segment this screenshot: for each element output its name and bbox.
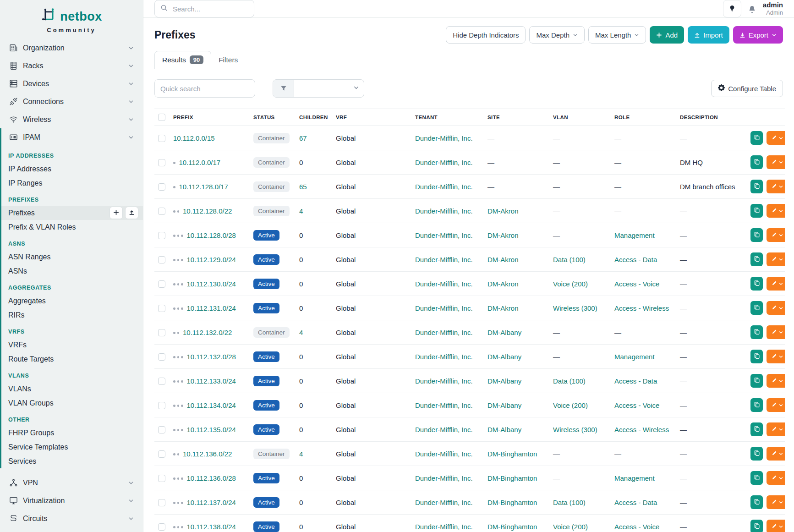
- sidebar-item-service-templates[interactable]: Service Templates: [0, 440, 143, 454]
- clone-button[interactable]: [750, 277, 763, 291]
- clone-button[interactable]: [750, 155, 763, 169]
- site-link[interactable]: DM-Albany: [487, 377, 521, 385]
- prefix-link[interactable]: 10.112.131.0/24: [187, 304, 236, 312]
- site-link[interactable]: DM-Albany: [487, 426, 521, 433]
- edit-button[interactable]: [767, 350, 785, 363]
- prefix-link[interactable]: 10.112.133.0/24: [187, 377, 236, 385]
- site-link[interactable]: DM-Akron: [487, 231, 519, 239]
- tenant-link[interactable]: Dunder-Mifflin, Inc.: [415, 280, 473, 288]
- theme-toggle-button[interactable]: [723, 0, 741, 17]
- prefix-link[interactable]: 10.112.138.0/24: [187, 523, 236, 531]
- column-header-vrf[interactable]: VRF: [332, 109, 411, 126]
- clone-button[interactable]: [750, 374, 763, 388]
- edit-button[interactable]: [767, 204, 785, 218]
- prefix-link[interactable]: 10.112.137.0/24: [187, 499, 236, 506]
- sidebar-item-aggregates[interactable]: Aggregates: [0, 294, 143, 308]
- children-count-link[interactable]: 4: [299, 450, 303, 458]
- vlan-link[interactable]: Voice (200): [553, 523, 588, 531]
- role-link[interactable]: Management: [614, 231, 655, 239]
- tab-filters[interactable]: Filters: [211, 52, 245, 69]
- site-link[interactable]: DM-Akron: [487, 207, 519, 215]
- role-link[interactable]: Management: [614, 474, 655, 482]
- clone-button[interactable]: [750, 520, 763, 532]
- tenant-link[interactable]: Dunder-Mifflin, Inc.: [415, 474, 473, 482]
- column-header-status[interactable]: STATUS: [250, 109, 296, 126]
- prefix-link[interactable]: 10.112.136.0/28: [187, 474, 236, 482]
- import-prefixes-button[interactable]: [125, 207, 138, 219]
- tenant-link[interactable]: Dunder-Mifflin, Inc.: [415, 353, 473, 361]
- column-header-role[interactable]: ROLE: [611, 109, 676, 126]
- sidebar-item-services[interactable]: Services: [0, 454, 143, 468]
- sidebar-item-connections[interactable]: Connections: [0, 93, 143, 110]
- row-checkbox[interactable]: [158, 208, 165, 215]
- search-input[interactable]: [172, 5, 248, 13]
- column-header-children[interactable]: CHILDREN: [296, 109, 332, 126]
- prefix-link[interactable]: 10.112.135.0/24: [187, 426, 236, 433]
- column-header-vlan[interactable]: VLAN: [549, 109, 611, 126]
- prefix-link[interactable]: 10.112.0.0/15: [173, 134, 215, 142]
- role-link[interactable]: Access - Data: [614, 256, 657, 263]
- add-button[interactable]: Add: [650, 26, 684, 44]
- clone-button[interactable]: [750, 350, 763, 363]
- tenant-link[interactable]: Dunder-Mifflin, Inc.: [415, 426, 473, 433]
- edit-button[interactable]: [767, 228, 785, 242]
- prefix-link[interactable]: 10.112.132.0/22: [183, 329, 232, 336]
- edit-button[interactable]: [767, 301, 785, 315]
- sidebar-item-organization[interactable]: Organization: [0, 39, 143, 57]
- netbox-logo[interactable]: netbox Community: [0, 0, 143, 33]
- column-header-description[interactable]: DESCRIPTION: [676, 109, 747, 126]
- sidebar-item-devices[interactable]: Devices: [0, 75, 143, 93]
- children-count-link[interactable]: 4: [299, 329, 303, 336]
- clone-button[interactable]: [750, 471, 763, 485]
- sidebar-item-ipam[interactable]: IPAM: [0, 128, 143, 146]
- site-link[interactable]: DM-Binghamton: [487, 450, 537, 458]
- clone-button[interactable]: [750, 131, 763, 145]
- notifications-bell-icon[interactable]: [748, 5, 756, 13]
- tab-results[interactable]: Results 90: [154, 51, 211, 69]
- tenant-link[interactable]: Dunder-Mifflin, Inc.: [415, 377, 473, 385]
- site-link[interactable]: DM-Binghamton: [487, 474, 537, 482]
- sidebar-item-fhrp-groups[interactable]: FHRP Groups: [0, 426, 143, 440]
- sidebar-item-racks[interactable]: Racks: [0, 57, 143, 75]
- role-link[interactable]: Access - Wireless: [614, 304, 669, 312]
- row-checkbox[interactable]: [158, 183, 165, 191]
- import-button[interactable]: Import: [688, 26, 729, 44]
- vlan-link[interactable]: Data (100): [553, 256, 586, 263]
- hide-depth-indicators-button[interactable]: Hide Depth Indicators: [446, 26, 526, 44]
- prefix-link[interactable]: 10.112.134.0/24: [187, 401, 236, 409]
- role-link[interactable]: Access - Voice: [614, 523, 659, 531]
- site-link[interactable]: DM-Binghamton: [487, 523, 537, 531]
- clone-button[interactable]: [750, 180, 763, 193]
- children-count-link[interactable]: 4: [299, 207, 303, 215]
- row-checkbox[interactable]: [158, 305, 165, 312]
- row-checkbox[interactable]: [158, 378, 165, 385]
- site-link[interactable]: DM-Akron: [487, 256, 519, 263]
- sidebar-item-prefixes[interactable]: Prefixes: [0, 206, 143, 220]
- prefix-link[interactable]: 10.112.128.0/22: [183, 207, 232, 215]
- clone-button[interactable]: [750, 204, 763, 218]
- max-length-dropdown[interactable]: Max Length: [588, 26, 646, 44]
- clone-button[interactable]: [750, 422, 763, 436]
- tenant-link[interactable]: Dunder-Mifflin, Inc.: [415, 134, 473, 142]
- site-link[interactable]: DM-Akron: [487, 280, 519, 288]
- role-link[interactable]: Access - Data: [614, 499, 657, 506]
- sidebar-item-ip-ranges[interactable]: IP Ranges: [0, 176, 143, 190]
- role-link[interactable]: Access - Data: [614, 377, 657, 385]
- edit-button[interactable]: [767, 398, 785, 412]
- row-checkbox[interactable]: [158, 450, 165, 458]
- edit-button[interactable]: [767, 180, 785, 193]
- site-link[interactable]: DM-Albany: [487, 329, 521, 336]
- column-header-site[interactable]: SITE: [484, 109, 549, 126]
- site-link[interactable]: DM-Binghamton: [487, 499, 537, 506]
- filter-select[interactable]: [294, 80, 364, 97]
- row-checkbox[interactable]: [158, 499, 165, 506]
- row-checkbox[interactable]: [158, 232, 165, 239]
- sidebar-item-virtualization[interactable]: Virtualization: [0, 492, 143, 510]
- clone-button[interactable]: [750, 325, 763, 339]
- clone-button[interactable]: [750, 447, 763, 461]
- edit-button[interactable]: [767, 155, 785, 169]
- sidebar-item-vpn[interactable]: VPN: [0, 474, 143, 492]
- site-link[interactable]: DM-Albany: [487, 353, 521, 361]
- row-checkbox[interactable]: [158, 256, 165, 263]
- sidebar-item-ip-addresses[interactable]: IP Addresses: [0, 162, 143, 176]
